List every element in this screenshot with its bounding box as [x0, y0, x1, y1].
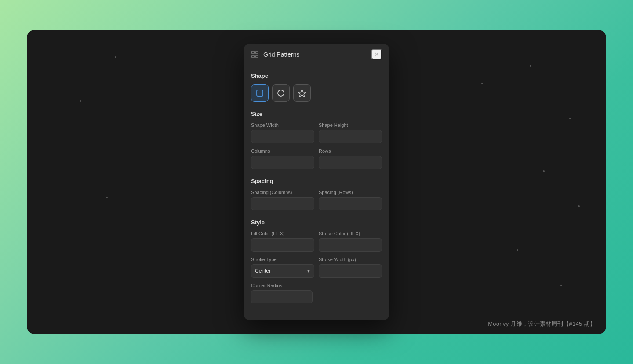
svg-rect-3 — [256, 55, 258, 58]
spacing-section-title: Spacing — [251, 178, 382, 184]
shape-section-title: Shape — [251, 72, 382, 79]
dot-1 — [530, 65, 531, 67]
stroke-type-select-wrapper: Center Inside Outside ▼ — [251, 264, 314, 278]
spacing-columns-label: Spacing (Columns) — [251, 190, 314, 195]
shape-star-button[interactable] — [293, 84, 311, 102]
shape-height-label: Shape Height — [319, 123, 382, 128]
spacing-rows-input[interactable] — [319, 197, 382, 210]
fill-color-label: Fill Color (HEX) — [251, 231, 314, 236]
dot-5 — [578, 205, 580, 207]
corner-radius-input[interactable] — [251, 290, 313, 303]
modal-title: Grid Patterns — [263, 51, 371, 58]
stroke-row: Stroke Type Center Inside Outside ▼ Stro… — [251, 257, 382, 278]
spacing-row: Spacing (Columns) Spacing (Rows) — [251, 190, 382, 210]
columns-group: Columns — [251, 148, 314, 169]
rows-label: Rows — [319, 148, 382, 154]
spacing-columns-input[interactable] — [251, 197, 314, 210]
dot-2 — [481, 83, 483, 84]
close-button[interactable]: × — [371, 49, 382, 60]
stroke-width-input[interactable] — [319, 264, 382, 278]
fill-color-input[interactable] — [251, 238, 314, 252]
svg-rect-0 — [252, 51, 254, 54]
shape-width-input[interactable] — [251, 130, 314, 143]
modal-panel: Grid Patterns × Shape — [244, 44, 389, 320]
dot-10 — [106, 197, 108, 198]
svg-rect-4 — [257, 90, 263, 96]
stroke-color-label: Stroke Color (HEX) — [319, 231, 382, 236]
spacing-section: Spacing Spacing (Columns) Spacing (Rows) — [251, 178, 382, 210]
rows-input[interactable] — [319, 156, 382, 169]
size-section: Size Shape Width Shape Height Columns — [251, 111, 382, 169]
outer-card: Grid Patterns × Shape — [27, 30, 606, 334]
shape-circle-button[interactable] — [272, 84, 290, 102]
shape-section: Shape — [251, 72, 382, 102]
spacing-rows-label: Spacing (Rows) — [319, 190, 382, 195]
stroke-type-label: Stroke Type — [251, 257, 314, 262]
corner-radius-label: Corner Radius — [251, 283, 313, 288]
shape-height-input[interactable] — [319, 130, 382, 143]
grid-icon — [251, 50, 259, 58]
columns-input[interactable] — [251, 156, 314, 169]
dot-8 — [115, 56, 116, 58]
fill-color-group: Fill Color (HEX) — [251, 231, 314, 252]
dot-4 — [543, 170, 545, 172]
stroke-type-select[interactable]: Center Inside Outside — [251, 264, 314, 278]
size-row-2: Columns Rows — [251, 148, 382, 169]
modal-header: Grid Patterns × — [244, 44, 389, 65]
stroke-color-input[interactable] — [319, 238, 382, 252]
watermark-text: Moonvy 月维，设计素材周刊【#145 期】 — [488, 320, 596, 328]
stroke-type-group: Stroke Type Center Inside Outside ▼ — [251, 257, 314, 278]
svg-rect-2 — [252, 55, 254, 58]
shape-height-group: Shape Height — [319, 123, 382, 143]
color-row: Fill Color (HEX) Stroke Color (HEX) — [251, 231, 382, 252]
style-section-title: Style — [251, 219, 382, 226]
spacing-columns-group: Spacing (Columns) — [251, 190, 314, 210]
spacing-rows-group: Spacing (Rows) — [319, 190, 382, 210]
size-row-1: Shape Width Shape Height — [251, 123, 382, 143]
shape-buttons-group — [251, 84, 382, 102]
dot-3 — [569, 118, 571, 119]
dot-9 — [80, 100, 81, 102]
svg-rect-1 — [256, 51, 258, 54]
svg-point-5 — [278, 90, 284, 96]
style-section: Style Fill Color (HEX) Stroke Color (HEX… — [251, 219, 382, 303]
stroke-width-group: Stroke Width (px) — [319, 257, 382, 278]
stroke-width-label: Stroke Width (px) — [319, 257, 382, 262]
shape-width-label: Shape Width — [251, 123, 314, 128]
stroke-color-group: Stroke Color (HEX) — [319, 231, 382, 252]
dot-6 — [517, 249, 518, 251]
shape-width-group: Shape Width — [251, 123, 314, 143]
modal-body: Shape — [244, 65, 389, 320]
shape-square-button[interactable] — [251, 84, 269, 102]
corner-radius-group: Corner Radius — [251, 283, 313, 303]
dot-7 — [560, 285, 562, 286]
corner-row: Corner Radius — [251, 283, 382, 303]
columns-label: Columns — [251, 148, 314, 154]
rows-group: Rows — [319, 148, 382, 169]
size-section-title: Size — [251, 111, 382, 117]
svg-marker-6 — [298, 90, 306, 97]
